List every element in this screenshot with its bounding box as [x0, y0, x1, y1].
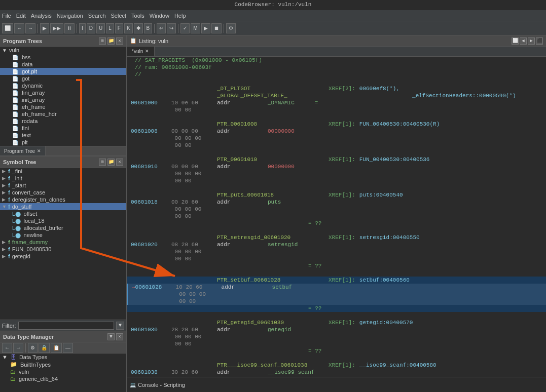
program-trees-icons: ⊞ 📁 ✕ — [99, 37, 123, 45]
sym-fini[interactable]: ▶ f _fini — [0, 168, 126, 175]
pt-icon1[interactable]: ⊞ — [99, 37, 106, 45]
sym-init[interactable]: ▶ f _init — [0, 175, 126, 182]
dtm-vuln[interactable]: 🗂 vuln — [0, 368, 126, 375]
dtm-btn5[interactable]: 📋 — [51, 343, 62, 353]
sym-start[interactable]: ▶ f _start — [0, 182, 126, 189]
tb-star[interactable]: ✱ — [134, 23, 143, 33]
tb-btn3[interactable]: ⏸ — [64, 23, 75, 33]
dtm-btn3[interactable]: ⚙ — [28, 343, 38, 353]
tb-check[interactable]: ✓ — [180, 23, 190, 33]
dtm-builtin-icon: 📁 — [10, 361, 17, 368]
tree-item-text[interactable]: 📄 .text — [0, 132, 126, 139]
addr: 00601010 — [131, 163, 171, 184]
dtm-icon1[interactable]: ▼ — [107, 333, 115, 340]
menu-navigation[interactable]: Navigation — [57, 13, 83, 19]
tree-item-fini-array[interactable]: 📄 .fini_array — [0, 89, 126, 96]
listing-icon4[interactable]: ⬛ — [536, 37, 543, 45]
tb-F[interactable]: F — [115, 23, 123, 33]
tb-U[interactable]: U — [96, 23, 105, 33]
dt-pltgot-label: _DT_PLTGOT — [217, 85, 308, 92]
st-icon3[interactable]: ✕ — [116, 159, 123, 166]
tb-back-nav[interactable]: ← — [14, 23, 24, 33]
pt-icon2[interactable]: 📁 — [107, 37, 115, 45]
sym-getegid[interactable]: ▶ f getegid — [0, 253, 126, 260]
dtm-icon2[interactable]: ✕ — [116, 333, 123, 340]
tb-settings[interactable]: ⚙ — [226, 23, 236, 33]
tree-item-label: .rodata — [20, 118, 38, 124]
menu-edit[interactable]: Edit — [16, 13, 26, 19]
expand-icon: ▼ — [2, 48, 7, 53]
sym-allocated-buffer[interactable]: L⬤ allocated_buffer — [0, 224, 126, 231]
tree-item-fini[interactable]: 📄 .fini — [0, 125, 126, 132]
tb-btn1[interactable]: ▶ — [40, 23, 49, 33]
tab-close-icon[interactable]: ✕ — [37, 148, 41, 153]
tb-stop[interactable]: ⏹ — [211, 23, 222, 33]
listing-tab-label: *vuln — [132, 49, 143, 54]
menu-tools[interactable]: Tools — [131, 13, 144, 19]
tree-item-got[interactable]: 📄 .got — [0, 75, 126, 82]
tb-btn2[interactable]: ▶▶ — [50, 23, 63, 33]
tb-back[interactable]: ⬜ — [2, 23, 13, 33]
tree-item-data[interactable]: 📄 .data — [0, 61, 126, 68]
dtm-btn1[interactable]: ← — [2, 343, 12, 353]
bytes-spacer — [171, 92, 217, 99]
dtm-btn6[interactable]: — — [63, 343, 73, 353]
tree-item-dynamic[interactable]: 📄 .dynamic — [0, 82, 126, 89]
tab-program-tree[interactable]: Program Tree ✕ — [0, 146, 46, 155]
sym-convert-case[interactable]: ▶ f convert_case — [0, 189, 126, 196]
tb-sep3 — [154, 24, 155, 33]
tree-root-vuln[interactable]: ▼ vuln — [0, 47, 126, 54]
listing-tab-close[interactable]: ✕ — [145, 49, 149, 54]
listing-tab-vuln[interactable]: *vuln ✕ — [127, 47, 155, 56]
tree-item-init-array[interactable]: 📄 .init_array — [0, 96, 126, 103]
menu-analysis[interactable]: Analysis — [31, 13, 52, 19]
sym-fun400530[interactable]: ▶ f FUN_00400530 — [0, 246, 126, 253]
dtm-btn4[interactable]: 🔒 — [39, 343, 50, 353]
st-icon1[interactable]: ⊞ — [99, 159, 106, 166]
menu-help[interactable]: Help — [174, 13, 186, 19]
menu-file[interactable]: File — [2, 13, 11, 19]
tree-item-rodata[interactable]: 📄 .rodata — [0, 117, 126, 125]
tb-B[interactable]: B — [144, 23, 153, 33]
dtm-btn2[interactable]: → — [13, 343, 23, 353]
listing-icon: 📋 — [130, 37, 137, 44]
listing-icon3[interactable]: ▶ — [528, 37, 535, 45]
dtm-builtin[interactable]: 📁 BuiltInTypes — [0, 361, 126, 368]
filter-input[interactable] — [18, 322, 115, 330]
menu-select[interactable]: Select — [111, 13, 127, 19]
tb-undo[interactable]: ↩ — [157, 23, 166, 33]
toolbar: ⬜ ← → ▶ ▶▶ ⏸ I D U L F K ✱ B ↩ ↪ ✓ M ▶ ⏹… — [0, 21, 546, 35]
dtm-root[interactable]: ▼ 🗄 Data Types — [0, 354, 126, 361]
listing-icon1[interactable]: ⬜ — [512, 37, 519, 45]
tree-item-eh-frame-hdr[interactable]: 📄 .eh_frame_hdr — [0, 110, 126, 117]
sym-do-stuff[interactable]: ▼ f do_stuff — [0, 203, 126, 210]
sym-offset[interactable]: L⬤ offset — [0, 210, 126, 217]
menu-window[interactable]: Window — [150, 13, 169, 19]
tb-redo[interactable]: ↪ — [167, 23, 176, 33]
listing-row: 00601008 00 00 00 00 00 00 00 00 addr 00… — [127, 128, 546, 149]
tree-item-plt[interactable]: 📄 .plt — [0, 139, 126, 146]
sym-frame-dummy[interactable]: ▶ f frame_dummy — [0, 239, 126, 246]
sym-newline[interactable]: L⬤ newline — [0, 231, 126, 239]
tree-item-gotplt[interactable]: 📄 .got.plt — [0, 68, 126, 75]
tree-item-bss[interactable]: 📄 .bss — [0, 54, 126, 61]
filter-bar: Filter: ▼ — [0, 320, 126, 331]
listing-title-text: Listing: vuln — [139, 38, 168, 44]
st-icon2[interactable]: 📁 — [107, 159, 115, 166]
filter-btn[interactable]: ▼ — [116, 322, 124, 330]
sym-local18[interactable]: L⬤ local_18 — [0, 217, 126, 224]
menu-search[interactable]: Search — [88, 13, 106, 19]
listing-title: 📋 Listing: vuln — [130, 37, 168, 44]
tb-K[interactable]: K — [124, 23, 133, 33]
dtm-clib[interactable]: 🗂 generic_clib_64 — [0, 375, 126, 382]
tb-D[interactable]: D — [87, 23, 95, 33]
tb-I[interactable]: I — [79, 23, 86, 33]
tree-item-eh-frame[interactable]: 📄 .eh_frame — [0, 103, 126, 110]
tb-fwd-nav[interactable]: → — [25, 23, 35, 33]
sym-deregister[interactable]: ▶ f deregister_tm_clones — [0, 196, 126, 203]
tb-run[interactable]: ▶ — [201, 23, 210, 33]
tb-mem[interactable]: M — [191, 23, 200, 33]
listing-icon2[interactable]: ◀ — [520, 37, 527, 45]
pt-icon3[interactable]: ✕ — [116, 37, 123, 45]
tb-L[interactable]: L — [106, 23, 114, 33]
